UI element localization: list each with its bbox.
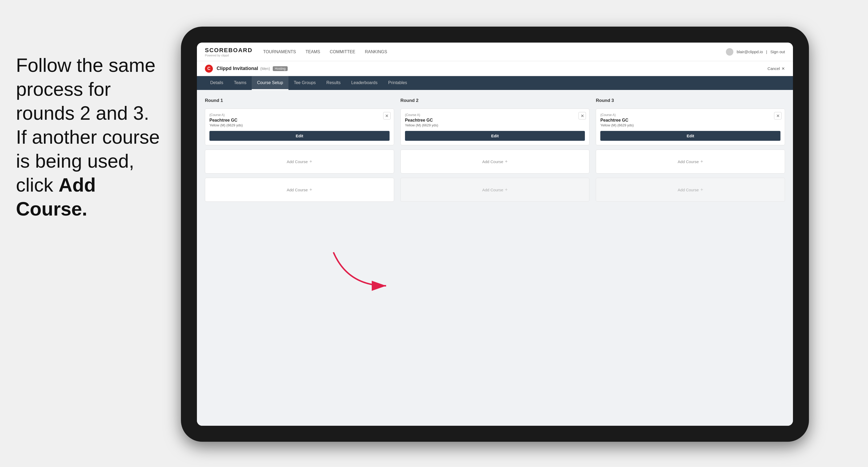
round-1-course-name: Peachtree GC <box>209 118 390 123</box>
round-1-course-card: ✕ (Course A) Peachtree GC Yellow (M) (66… <box>205 108 394 145</box>
round-3-course-detail: Yellow (M) (6629 yds) <box>600 123 780 127</box>
round-2-plus-icon-2: + <box>505 187 508 193</box>
round-2-course-detail: Yellow (M) (6629 yds) <box>405 123 585 127</box>
sub-header: C Clippd Invitational (Men) Hosting Canc… <box>197 61 793 76</box>
round-2-title: Round 2 <box>400 98 590 103</box>
tab-tee-groups[interactable]: Tee Groups <box>288 76 321 90</box>
instruction-text-content: Follow the same process for rounds 2 and… <box>16 55 160 220</box>
round-3-course-label: (Course A) <box>600 113 780 117</box>
tournament-name: Clippd Invitational <box>217 66 258 71</box>
round-3-column: Round 3 ✕ (Course A) Peachtree GC Yellow… <box>596 98 785 202</box>
nav-teams[interactable]: TEAMS <box>306 49 320 55</box>
round-1-add-course-2[interactable]: Add Course + <box>205 178 394 202</box>
nav-tournaments[interactable]: TOURNAMENTS <box>263 49 296 55</box>
round-1-plus-icon-2: + <box>309 187 312 193</box>
round-2-course-card: ✕ (Course A) Peachtree GC Yellow (M) (66… <box>400 108 590 145</box>
round-1-column: Round 1 ✕ (Course A) Peachtree GC Yellow… <box>205 98 394 202</box>
round-2-remove-button[interactable]: ✕ <box>579 112 586 120</box>
user-email: blair@clippd.io <box>737 50 763 54</box>
round-1-remove-button[interactable]: ✕ <box>383 112 391 120</box>
cancel-label: Cancel <box>767 66 780 71</box>
round-2-plus-icon-1: + <box>505 159 508 164</box>
tab-course-setup[interactable]: Course Setup <box>252 76 288 90</box>
rounds-grid: Round 1 ✕ (Course A) Peachtree GC Yellow… <box>205 98 785 202</box>
round-1-course-label: (Course A) <box>209 113 390 117</box>
nav-separator: | <box>766 50 767 54</box>
tab-leaderboards[interactable]: Leaderboards <box>346 76 383 90</box>
nav-committee[interactable]: COMMITTEE <box>330 49 355 55</box>
round-2-column: Round 2 ✕ (Course A) Peachtree GC Yellow… <box>400 98 590 202</box>
round-3-add-course-label-2: Add Course <box>678 188 699 192</box>
nav-links: TOURNAMENTS TEAMS COMMITTEE RANKINGS <box>263 49 726 55</box>
nav-right: blair@clippd.io | Sign out <box>726 48 785 56</box>
logo-powered: Powered by clippd <box>205 54 252 57</box>
round-2-course-label: (Course A) <box>405 113 585 117</box>
tournament-status: Hosting <box>273 66 288 71</box>
round-2-add-course-1[interactable]: Add Course + <box>400 150 590 174</box>
top-nav: SCOREBOARD Powered by clippd TOURNAMENTS… <box>197 42 793 61</box>
round-3-remove-button[interactable]: ✕ <box>774 112 781 120</box>
tab-details[interactable]: Details <box>205 76 228 90</box>
round-3-add-course-2[interactable]: Add Course + <box>596 178 785 202</box>
tournament-gender: (Men) <box>260 66 270 71</box>
round-1-title: Round 1 <box>205 98 394 103</box>
instruction-bold: Add Course. <box>16 174 96 220</box>
round-3-edit-button[interactable]: Edit <box>600 131 780 141</box>
tab-results[interactable]: Results <box>321 76 346 90</box>
round-2-add-course-2[interactable]: Add Course + <box>400 178 590 202</box>
instruction-panel: Follow the same process for rounds 2 and… <box>0 42 181 231</box>
round-3-course-card: ✕ (Course A) Peachtree GC Yellow (M) (66… <box>596 108 785 145</box>
round-3-plus-icon-2: + <box>700 187 703 193</box>
nav-rankings[interactable]: RANKINGS <box>365 49 387 55</box>
tab-bar: Details Teams Course Setup Tee Groups Re… <box>197 76 793 90</box>
tab-teams[interactable]: Teams <box>228 76 252 90</box>
logo-area: SCOREBOARD Powered by clippd <box>205 47 252 57</box>
cancel-button[interactable]: Cancel ✕ <box>767 66 785 71</box>
sign-out-link[interactable]: Sign out <box>770 50 785 54</box>
round-3-course-name: Peachtree GC <box>600 118 780 123</box>
round-2-edit-button[interactable]: Edit <box>405 131 585 141</box>
round-3-title: Round 3 <box>596 98 785 103</box>
logo-scoreboard: SCOREBOARD <box>205 47 252 54</box>
tab-printables[interactable]: Printables <box>383 76 412 90</box>
cancel-icon: ✕ <box>781 66 785 71</box>
round-1-add-course-label-2: Add Course <box>287 188 308 192</box>
user-avatar <box>726 48 733 56</box>
round-1-edit-button[interactable]: Edit <box>209 131 390 141</box>
round-3-add-course-label-1: Add Course <box>678 159 699 164</box>
round-1-plus-icon-1: + <box>309 159 312 164</box>
round-3-plus-icon-1: + <box>700 159 703 164</box>
main-content: Round 1 ✕ (Course A) Peachtree GC Yellow… <box>197 90 793 426</box>
tournament-logo: C <box>205 65 213 73</box>
round-2-add-course-label-2: Add Course <box>482 188 503 192</box>
tablet-device: SCOREBOARD Powered by clippd TOURNAMENTS… <box>181 27 809 442</box>
round-1-add-course-1[interactable]: Add Course + <box>205 150 394 174</box>
tablet-screen: SCOREBOARD Powered by clippd TOURNAMENTS… <box>197 42 793 426</box>
round-1-course-detail: Yellow (M) (6629 yds) <box>209 123 390 127</box>
round-1-add-course-label-1: Add Course <box>287 159 308 164</box>
round-2-add-course-label-1: Add Course <box>482 159 503 164</box>
round-3-add-course-1[interactable]: Add Course + <box>596 150 785 174</box>
round-2-course-name: Peachtree GC <box>405 118 585 123</box>
